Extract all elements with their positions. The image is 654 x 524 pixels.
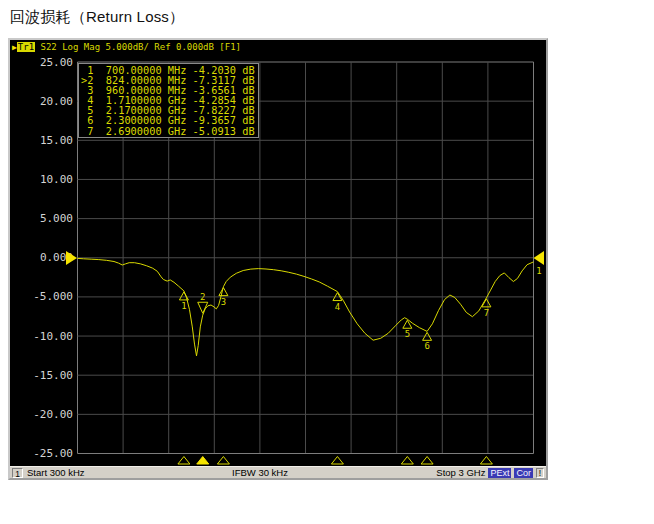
marker-number-label: 5 [405,329,410,339]
y-axis-tick-label: -25.00 [33,447,73,460]
marker-number-label: 4 [335,302,340,312]
marker-number-label: 1 [181,301,186,311]
y-axis-tick-label: -15.00 [33,369,73,382]
x-axis-marker-triangle[interactable] [401,457,413,465]
y-axis-tick-label: -5.000 [33,290,73,303]
analyzer-screen: 25.0020.0015.0010.005.0000.000-5.000-10.… [10,40,546,478]
y-axis-tick-label: 15.00 [40,134,73,147]
reference-level-arrow-right-icon [534,251,545,265]
y-axis-tick-label: 10.00 [40,173,73,186]
y-axis-tick-label: 20.00 [40,95,73,108]
network-analyzer-screenshot: 25.0020.0015.0010.005.0000.000-5.000-10.… [8,38,548,480]
marker-symbol[interactable] [219,288,228,296]
ifbw-label: IFBW 30 kHz [232,467,288,478]
start-frequency-label: Start 300 kHz [27,467,85,478]
y-axis-tick-label: -20.00 [33,408,73,421]
cor-badge: Cor [514,468,533,478]
pext-badge: PExt [488,468,511,478]
marker-table-row: 7 2.6900000 GHz -5.0913 dB [81,126,255,136]
x-axis-marker-triangle[interactable] [480,457,492,465]
marker-number-label: 3 [221,297,226,307]
x-axis-marker-triangle[interactable] [331,457,343,465]
x-axis-marker-triangle[interactable] [178,457,190,465]
x-axis-marker-triangle-active[interactable] [197,457,209,465]
y-axis-tick-label: 5.000 [40,212,73,225]
trace-name-label[interactable]: Tr1 [17,42,35,52]
stop-frequency-label: Stop 3 GHz [436,467,485,478]
alert-indicator: ! [536,468,544,478]
trace-settings-label: S22 Log Mag 5.000dB/ Ref 0.000dB [F1] [35,42,241,52]
trace-header: ▶Tr1 S22 Log Mag 5.000dB/ Ref 0.000dB [F… [12,41,241,54]
marker-number-label: 2 [200,292,205,302]
channel-number-box: 1 [12,468,23,478]
y-axis-tick-label: -10.00 [33,330,73,343]
document-page: 回波损耗（Return Loss） 25.0020.0015.0010.005.… [0,0,654,524]
marker-number-label: 7 [484,308,489,318]
marker-number-label: 6 [424,341,429,351]
status-right-group: Stop 3 GHz PExt Cor ! [436,467,544,478]
marker-table: 1 700.00000 MHz -4.2030 dB>2 824.00000 M… [78,63,259,138]
right-edge-trace-number: 1 [536,266,541,276]
page-title: 回波损耗（Return Loss） [10,8,184,27]
y-axis-tick-label: 25.00 [40,56,73,69]
status-bar: 1 Start 300 kHz IFBW 30 kHz Stop 3 GHz P… [10,466,546,478]
x-axis-marker-triangle[interactable] [421,457,433,465]
x-axis-marker-triangle[interactable] [217,457,229,465]
